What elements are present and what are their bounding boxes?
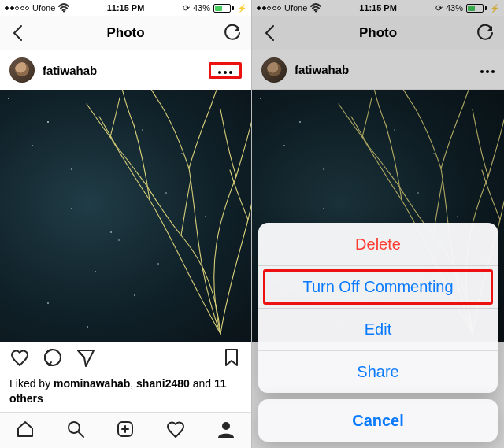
status-bar: Ufone 11:15 PM ⟳ 43% ⚡ [252, 0, 504, 16]
refresh-button[interactable] [221, 22, 243, 44]
sheet-cancel-button[interactable]: Cancel [258, 399, 498, 442]
post-username[interactable]: fatiwahab [295, 63, 349, 76]
avatar[interactable] [261, 57, 287, 83]
sync-icon: ⟳ [435, 3, 443, 13]
screen-action-sheet: Ufone 11:15 PM ⟳ 43% ⚡ Photo fatiwahab [252, 0, 504, 448]
sheet-item-share[interactable]: Share [258, 350, 498, 393]
nav-title: Photo [359, 25, 397, 41]
battery-pct-label: 43% [193, 3, 210, 13]
tab-add-post[interactable] [115, 419, 135, 442]
more-dots-icon [480, 70, 495, 73]
more-dots-icon [218, 71, 232, 74]
back-button[interactable] [260, 22, 282, 44]
post-user-row: fatiwahab [0, 50, 251, 90]
photo-branches-decoration [79, 90, 252, 342]
post-action-bar [0, 342, 251, 376]
nav-title: Photo [106, 25, 144, 41]
sheet-item-delete[interactable]: Delete [258, 223, 498, 265]
action-sheet: Delete Turn Off Commenting Edit Share Ca… [252, 217, 504, 448]
clock-label: 11:15 PM [359, 3, 397, 13]
carrier-label: Ufone [284, 3, 307, 13]
nav-bar: Photo [0, 16, 251, 50]
post-more-button[interactable] [473, 64, 495, 76]
bookmark-button[interactable] [221, 347, 242, 371]
tab-profile[interactable] [216, 419, 236, 442]
status-bar: Ufone 11:15 PM ⟳ 43% ⚡ [0, 0, 251, 16]
comment-button[interactable] [43, 347, 63, 371]
signal-dots-icon [5, 6, 29, 10]
carrier-label: Ufone [32, 3, 55, 13]
avatar[interactable] [9, 57, 35, 83]
post-username[interactable]: fatiwahab [43, 64, 97, 77]
screen-photo-view: Ufone 11:15 PM ⟳ 43% ⚡ Photo fatiwahab [0, 0, 252, 448]
likes-prefix: Liked by [9, 377, 54, 390]
wifi-icon [58, 3, 69, 13]
svg-point-5 [315, 11, 317, 13]
battery-icon: ⚡ [466, 4, 499, 13]
liker-1[interactable]: mominawahab [54, 377, 130, 390]
refresh-button[interactable] [474, 22, 496, 44]
tab-activity[interactable] [165, 419, 186, 442]
signal-dots-icon [257, 6, 281, 10]
sheet-item-turn-off-commenting[interactable]: Turn Off Commenting [258, 265, 498, 308]
send-button[interactable] [76, 347, 96, 371]
nav-bar: Photo [252, 16, 504, 50]
back-button[interactable] [8, 22, 30, 44]
likes-line[interactable]: Liked by mominawahab, shani2480 and 11 o… [9, 376, 242, 406]
sheet-item-edit[interactable]: Edit [258, 308, 498, 350]
post-user-row: fatiwahab [252, 50, 504, 90]
tab-home[interactable] [15, 419, 35, 442]
tab-search[interactable] [65, 419, 86, 442]
like-button[interactable] [9, 347, 30, 371]
post-more-button[interactable] [209, 62, 242, 79]
wifi-icon [310, 3, 321, 13]
battery-icon: ⚡ [213, 4, 246, 13]
battery-pct-label: 43% [446, 3, 463, 13]
clock-label: 11:15 PM [107, 3, 145, 13]
tab-bar [0, 412, 251, 448]
liker-2[interactable]: shani2480 [136, 377, 190, 390]
sync-icon: ⟳ [183, 3, 190, 13]
svg-point-4 [63, 11, 65, 13]
post-photo[interactable] [0, 90, 252, 342]
